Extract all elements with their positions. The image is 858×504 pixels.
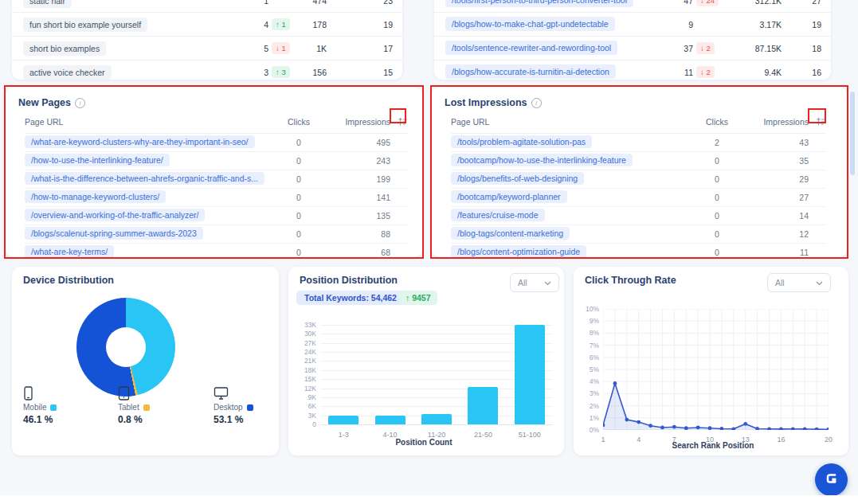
lost-impressions-card: Lost Impressions i Page URL Clicks Impre… [432,87,847,257]
position-filter-dropdown[interactable]: All [510,273,559,292]
pages-table-card: /tools/first-person-to-third-person-conv… [434,0,831,80]
sort-icon[interactable] [390,117,408,127]
ctr-plot-svg [603,309,829,430]
ctr-filter-dropdown[interactable]: All [767,273,831,292]
clicks-value: 0 [271,211,327,221]
sort-icon[interactable] [809,117,826,127]
bottom-strip [0,495,858,504]
clicks-value: 0 [689,193,745,202]
impressions-value: 141 [327,193,390,202]
page-url-link[interactable]: /blog-tags/content-marketing [451,227,570,240]
legend-label: Desktop [214,403,243,412]
keyword-pill[interactable]: short bio examples [23,41,106,56]
clicks-value: 0 [689,211,745,221]
position-bar-chart: 03K6K9K12K15K18K21K24K27K30K33K1-34-1011… [320,325,553,424]
table-row: /blogs/content-optimization-guide011 [451,244,826,261]
page-url-link[interactable]: /blogs/how-to-make-chat-gpt-undetectable [445,17,615,31]
page-url-link[interactable]: /what-are-keyword-clusters-why-are-they-… [25,135,255,148]
y-axis-tick: 6K [308,402,316,410]
table-row: /tools/problem-agitate-solution-pas243 [451,134,826,152]
page-url-link[interactable]: /tools/sentence-rewriter-and-rewording-t… [445,41,617,55]
y-axis-tick: 3K [308,412,316,420]
bar [328,416,358,424]
column-header-impressions[interactable]: Impressions [745,117,809,127]
table-row: /bootcamp/keyword-planner027 [451,189,826,207]
click-through-rate-card: Click Through Rate All 0%1%2%3%4%5%6%7%8… [574,267,848,455]
count-value: 16 [782,68,821,77]
page-url-link[interactable]: /blogs/scalenut-spring-summer-awards-202… [25,227,203,240]
scalenut-floating-button[interactable] [815,463,848,496]
legend-value: 53.1 % [214,414,293,425]
bar [468,387,498,424]
page-url-link[interactable]: /what-is-the-difference-between-ahrefs-o… [25,172,264,185]
scalenut-logo-icon [824,471,840,490]
page-url-link[interactable]: /what-are-key-terms/ [25,245,114,258]
clicks-value: 11 [674,68,693,77]
table-row: /overview-and-working-of-the-traffic-ana… [25,207,408,225]
table-row: /how-to-manage-keyword-clusters/0141 [25,189,408,207]
page-url-link[interactable]: /blogs/content-optimization-guide [451,245,586,258]
data-point [767,427,771,430]
impressions-value: 35 [745,156,809,166]
data-point [743,422,747,426]
keywords-table-body: static hair147423fun short bio example y… [12,0,402,80]
table-row: fun short bio example yourself4↑ 117819 [12,13,402,37]
column-header-clicks[interactable]: Clicks [271,117,327,127]
position-distribution-card: Position Distribution All Total Keywords… [288,267,564,455]
table-row: /what-are-keyword-clusters-why-are-they-… [25,134,408,152]
data-point [696,426,700,430]
y-axis-tick: 27K [304,339,316,347]
page-url-link[interactable]: /tools/problem-agitate-solution-pas [451,135,592,148]
page-url-link[interactable]: /blogs/benefits-of-web-designing [451,172,584,185]
keywords-table-card: static hair147423fun short bio example y… [12,0,402,80]
page-url-link[interactable]: /bootcamp/how-to-use-the-interlinking-fe… [451,154,633,166]
y-axis-tick: 9K [308,393,316,401]
page-url-link[interactable]: /bootcamp/keyword-planner [451,190,567,203]
data-point [731,427,735,430]
page-url-link[interactable]: /features/cruise-mode [451,209,545,221]
page-url-link[interactable]: /overview-and-working-of-the-traffic-ana… [25,209,205,221]
clicks-value: 0 [271,138,327,147]
legend-value: 46.1 % [23,414,103,425]
keyword-pill[interactable]: active voice checker [23,65,112,80]
position-distribution-title: Position Distribution [300,275,398,286]
keyword-pill[interactable]: fun short bio example yourself [23,18,147,32]
y-axis-tick: 2% [590,402,599,410]
count-value: 18 [782,44,821,53]
table-row: /features/cruise-mode014 [451,207,826,225]
column-header-clicks[interactable]: Clicks [689,117,745,127]
table-row: /what-are-key-terms/068 [25,244,408,261]
data-point [708,426,712,430]
page-url-link[interactable]: /how-to-manage-keyword-clusters/ [25,190,166,203]
keyword-pill[interactable]: static hair [23,0,72,8]
y-axis-tick: 10% [586,305,599,313]
data-point [637,420,641,424]
page-url-link[interactable]: /blogs/how-accurate-is-turnitin-ai-detec… [445,64,616,79]
change-badge: ↓ 24 [696,0,719,6]
clicks-value: 37 [674,44,693,53]
new-pages-title-row: New Pages i [6,87,422,111]
change-badge: ↑ 3 [272,66,290,78]
impressions-value: 199 [327,174,390,184]
column-header-page-url[interactable]: Page URL [451,117,689,127]
table-row: /blogs/scalenut-spring-summer-awards-202… [25,225,408,244]
info-icon[interactable]: i [531,98,542,108]
table-row: /tools/sentence-rewriter-and-rewording-t… [434,37,831,61]
page-url-link[interactable]: /how-to-use-the-interlinking-feature/ [25,154,170,166]
impressions-value: 178 [304,20,327,29]
page-url-link[interactable]: /tools/first-person-to-third-person-conv… [445,0,633,7]
column-header-impressions[interactable]: Impressions [327,117,390,127]
column-header-page-url[interactable]: Page URL [25,117,271,127]
impressions-value: 495 [327,138,390,147]
y-axis-tick: 0% [590,426,599,434]
info-icon[interactable]: i [75,98,85,108]
table-row: /tools/first-person-to-third-person-conv… [434,0,831,13]
ctr-x-axis-label: Search Rank Position [597,441,829,450]
vertical-scrollbar[interactable] [850,92,855,175]
y-axis-tick: 21K [304,357,316,365]
data-point [779,428,783,430]
keywords-delta-badge: ↑ 9457 [399,291,437,305]
ctr-filter-value: All [775,278,785,287]
impressions-value: 29 [745,174,809,184]
impressions-value: 87.15K [728,44,782,53]
